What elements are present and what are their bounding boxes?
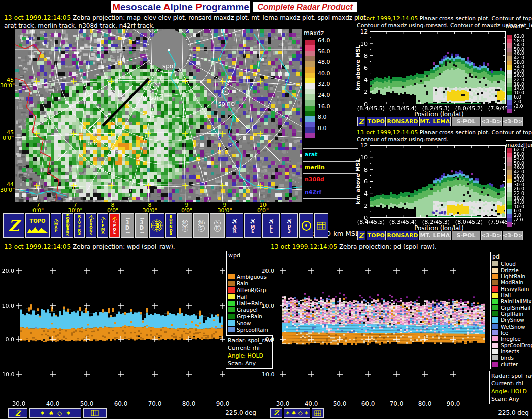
z-button[interactable]: Z: [3, 213, 24, 238]
colorbar-cell: [507, 166, 512, 170]
colorbar-cell: [305, 56, 315, 61]
rhi-ytick: -10.0: [0, 371, 14, 378]
web-button[interactable]: [149, 213, 164, 238]
legend-entry-grplsmhail: GrplSmHail: [491, 304, 532, 310]
borders-button[interactable]: BORDERS: [62, 213, 73, 238]
grid-overlay-button[interactable]: [83, 408, 107, 418]
airplane-icon: ✈: [267, 217, 276, 227]
legend-entry-rainhailmix: RainHailMix: [491, 298, 532, 304]
hydrometeor-symbols-button[interactable]: ✶♠◇✶: [29, 408, 81, 418]
rhi-ytick: 0.0: [0, 336, 14, 343]
grid-icon: [314, 410, 321, 416]
rhi-xtick: 60.0: [111, 400, 131, 407]
3d-button[interactable]: <3-D>: [503, 231, 523, 240]
map-toolbar: ZTOPOMAPBORDERSRIVERSKRONSLEMASPOL(3D)(3…: [3, 213, 328, 238]
legend-swatch: [492, 330, 498, 335]
scan-mode: Current: rhi: [228, 344, 271, 352]
legend-swatch: [228, 301, 235, 306]
cross-section-ytick: 12: [358, 28, 368, 35]
track-item-merlin[interactable]: merlin: [305, 164, 325, 171]
topo-button[interactable]: TOPO: [367, 117, 386, 126]
grid-button[interactable]: [314, 213, 328, 238]
spol-button[interactable]: S-POL: [452, 231, 480, 240]
ronsard-button[interactable]: RONSARD: [387, 117, 418, 126]
el-button[interactable]: ✈EL: [262, 213, 280, 238]
rhi-left-plot-canvas[interactable]: [9, 256, 225, 398]
z-logo-icon: Z: [8, 217, 19, 235]
dot-button[interactable]: [299, 213, 313, 238]
rhi-right-plot-canvas[interactable]: [277, 256, 490, 398]
legend-swatch: [492, 311, 498, 316]
ar-button[interactable]: ✈AR: [226, 213, 243, 238]
ronsard-button[interactable]: RONSARD: [387, 231, 418, 240]
grid-overlay-button[interactable]: [312, 408, 324, 418]
rivers-button[interactable]: RIVERS: [74, 213, 85, 238]
colorbar-cell: [305, 100, 315, 106]
me-button[interactable]: ✈ME: [244, 213, 261, 238]
zebra-menu-button[interactable]: Z: [8, 408, 27, 418]
track-item-arat[interactable]: arat: [305, 151, 318, 158]
p3-button[interactable]: ✈P3: [281, 213, 298, 238]
legend-entry-drysnow: DrySnow: [491, 317, 532, 323]
radar-name: Radar: spol_raw: [491, 372, 532, 380]
colorbar-label: -2.0: [514, 104, 523, 108]
track-item-n308d[interactable]: n308d: [305, 176, 324, 183]
mtlema-button[interactable]: MT. LEMA: [419, 231, 451, 240]
scan-mode: Current: rhi: [491, 380, 532, 388]
3d-button[interactable]: (3D): [135, 213, 148, 238]
map-plot-canvas[interactable]: [15, 29, 302, 202]
hydrometeor-symbols-button[interactable]: ✶♠◇✶: [284, 408, 310, 418]
z-button[interactable]: Z: [357, 231, 365, 240]
mr-button[interactable]: MR: [177, 213, 192, 238]
legend-label: SprCoolDrop: [501, 342, 532, 348]
azimuth-label-right: 225.0 deg: [472, 409, 529, 416]
map-colorbar-title: maxdz: [304, 29, 324, 37]
rhi-ytick: 20.0: [0, 268, 14, 274]
rhi-xtick: 80.0: [415, 400, 435, 407]
z-button[interactable]: Z: [357, 117, 365, 126]
spol-button[interactable]: S-POL: [452, 117, 480, 126]
krons-button[interactable]: KRONS: [86, 213, 96, 238]
topo-button[interactable]: TOPO: [25, 213, 50, 238]
track-item-n42rf[interactable]: n42rf: [305, 189, 321, 196]
ms-button[interactable]: MS: [193, 213, 209, 238]
3d-button[interactable]: <3-D>: [481, 117, 502, 126]
legend-label: birds: [501, 354, 514, 361]
legend-entry-heavyrain: HeavyRain: [491, 285, 532, 292]
legend-swatch: [492, 336, 498, 341]
legend-entry-grplrain: GrplRain: [491, 311, 532, 317]
colorbar-cell: [507, 201, 512, 205]
angle-status: Angle: HOLD: [228, 352, 271, 360]
airplane-icon: ✈: [248, 217, 258, 227]
cross-section-2-header-line2: Contour of maxdz using:ronsard.: [357, 136, 448, 143]
legend-entry-insects: insects: [491, 348, 532, 354]
zebra-menu-button[interactable]: Z: [270, 408, 282, 418]
colorbar-cell: [507, 109, 512, 113]
colorbar-label: 16.0: [318, 104, 330, 109]
map-x-axis-label: 930'0": [214, 202, 236, 213]
z-logo-icon: Z: [15, 409, 20, 417]
topo-button[interactable]: TOPO: [367, 231, 386, 240]
spol-button[interactable]: SPOL: [109, 213, 120, 238]
colorbar-cell: [507, 95, 512, 100]
polar-web-icon: [151, 219, 163, 232]
colorbar-cell: [305, 127, 315, 133]
map-button[interactable]: MAP: [51, 213, 61, 238]
bounds-button[interactable]: BOUNDS: [165, 213, 176, 238]
3d-button[interactable]: <3-D>: [481, 231, 502, 240]
lema-button[interactable]: LEMA: [97, 213, 108, 238]
mtlema-button[interactable]: MT. LEMA: [419, 117, 451, 126]
colorbar-cell: [507, 187, 512, 192]
sr-button[interactable]: SR: [210, 213, 225, 238]
3d-button[interactable]: <3-D>: [503, 117, 523, 126]
legend-label: Grp+Rain: [237, 313, 262, 319]
colorbar-cell: [305, 89, 315, 94]
track-divider: [303, 148, 358, 149]
colorbar-label: 48.0: [318, 59, 330, 65]
cross-section-1-plot-canvas[interactable]: [370, 31, 506, 104]
rhi-xtick: 30.0: [273, 400, 293, 407]
legend-entry-irregice: IrregIce: [491, 336, 532, 342]
cross-section-2-plot-canvas[interactable]: [370, 145, 506, 218]
colorbar-cell: [305, 94, 315, 100]
3d-button[interactable]: (3D): [121, 213, 134, 238]
